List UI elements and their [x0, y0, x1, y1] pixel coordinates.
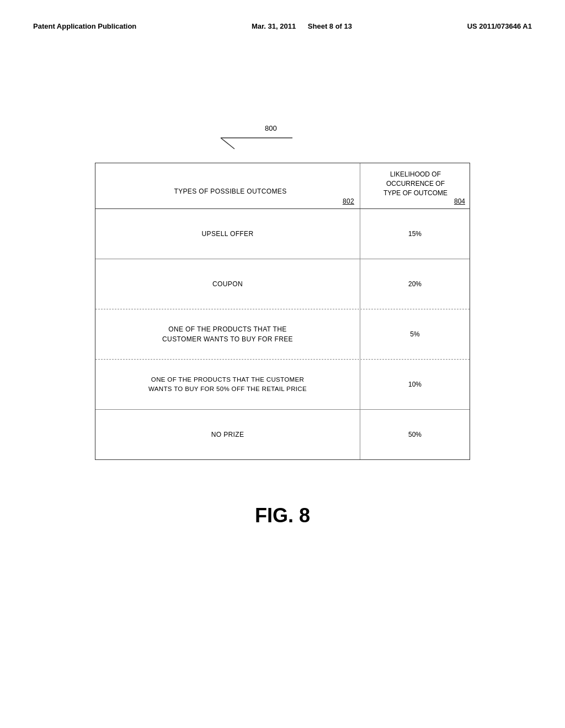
likelihood-cell: 15%	[360, 209, 470, 259]
col2-header-cell: LIKELIHOOD OFOCCURRENCE OFTYPE OF OUTCOM…	[360, 163, 470, 208]
likelihood-cell: 5%	[360, 309, 470, 359]
arrow-annotation: 800	[33, 119, 532, 157]
publication-type: Patent Application Publication	[33, 22, 136, 30]
patent-number: US 2011/073646 A1	[467, 22, 532, 30]
outcome-cell: ONE OF THE PRODUCTS THAT THE CUSTOMERWAN…	[95, 360, 360, 409]
outcome-cell: NO PRIZE	[95, 410, 360, 459]
likelihood-text: 15%	[408, 230, 422, 238]
outcome-text: ONE OF THE PRODUCTS THAT THE CUSTOMERWAN…	[148, 375, 307, 394]
sheet-info: Sheet 8 of 13	[308, 22, 352, 30]
likelihood-text: 5%	[410, 330, 419, 338]
header-center: Mar. 31, 2011 Sheet 8 of 13	[252, 22, 352, 30]
table-row: NO PRIZE 50%	[95, 410, 470, 459]
likelihood-text: 20%	[408, 280, 422, 288]
outcome-cell: ONE OF THE PRODUCTS THAT THECUSTOMER WAN…	[95, 309, 360, 359]
svg-line-1	[221, 138, 234, 149]
table-header-row: TYPES OF POSSIBLE OUTCOMES 802 LIKELIHOO…	[95, 163, 470, 209]
col1-header-cell: TYPES OF POSSIBLE OUTCOMES 802	[95, 163, 360, 208]
outcome-cell: COUPON	[95, 259, 360, 309]
pub-date: Mar. 31, 2011	[252, 22, 296, 30]
outcome-text: NO PRIZE	[211, 431, 244, 438]
col1-header-text: TYPES OF POSSIBLE OUTCOMES	[106, 188, 354, 195]
header-left: Patent Application Publication	[33, 22, 136, 30]
header-right: US 2011/073646 A1	[467, 22, 532, 30]
likelihood-cell: 50%	[360, 410, 470, 459]
likelihood-cell: 10%	[360, 360, 470, 409]
figure-label: FIG. 8	[255, 504, 310, 527]
outcome-cell: UPSELL OFFER	[95, 209, 360, 259]
page: Patent Application Publication Mar. 31, …	[0, 0, 565, 728]
likelihood-text: 50%	[408, 431, 422, 438]
table-row: ONE OF THE PRODUCTS THAT THE CUSTOMERWAN…	[95, 360, 470, 410]
page-header: Patent Application Publication Mar. 31, …	[33, 22, 532, 30]
outcomes-table: TYPES OF POSSIBLE OUTCOMES 802 LIKELIHOO…	[95, 163, 470, 460]
figure-caption: FIG. 8	[33, 504, 532, 527]
arrow-ref-number: 800	[265, 124, 277, 132]
table-row: UPSELL OFFER 15%	[95, 209, 470, 259]
outcome-text: UPSELL OFFER	[202, 230, 254, 238]
col2-ref: 804	[454, 197, 465, 205]
col1-ref: 802	[343, 197, 354, 205]
likelihood-text: 10%	[408, 381, 422, 388]
col2-header-text: LIKELIHOOD OFOCCURRENCE OFTYPE OF OUTCOM…	[383, 170, 447, 197]
outcome-text: COUPON	[212, 280, 243, 288]
likelihood-cell: 20%	[360, 259, 470, 309]
table-row: COUPON 20%	[95, 259, 470, 309]
table-row: ONE OF THE PRODUCTS THAT THECUSTOMER WAN…	[95, 309, 470, 360]
outcome-text: ONE OF THE PRODUCTS THAT THECUSTOMER WAN…	[162, 324, 293, 344]
